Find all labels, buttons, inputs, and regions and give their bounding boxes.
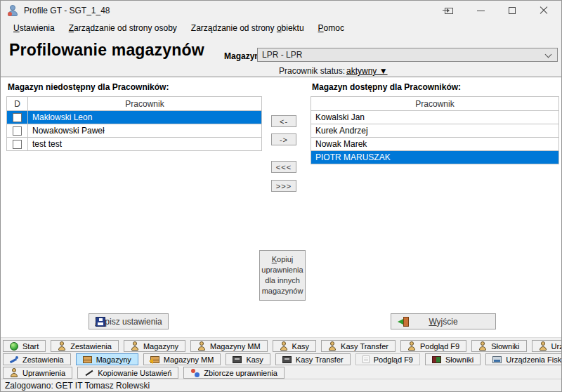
- employee-name: Nowak Marek: [311, 139, 558, 149]
- table-row[interactable]: Nowak Marek: [311, 137, 558, 150]
- toolbar2-podglad-f9-button[interactable]: Podgląd F9: [355, 353, 420, 365]
- toolbar-zestawienia-button[interactable]: Zestawienia: [51, 340, 119, 352]
- minimize-button[interactable]: [470, 3, 491, 18]
- toolbar2-kasy-button[interactable]: Kasy: [226, 353, 270, 365]
- toolbar3-uprawnienia-button[interactable]: Uprawnienia: [3, 367, 72, 379]
- toolbar-kasy-transfer-button[interactable]: Kasy Transfer: [321, 340, 396, 352]
- magazyn-select[interactable]: LPR - LPR: [257, 48, 558, 62]
- maximize-button[interactable]: [502, 3, 523, 18]
- table-header: D Pracownik: [7, 97, 261, 110]
- row-checkbox[interactable]: [13, 126, 22, 136]
- dock-icon: [445, 8, 453, 14]
- save-settings-button[interactable]: Zapisz ustawienia: [89, 313, 169, 329]
- page-title: Profilowanie magazynów: [9, 41, 204, 60]
- window-title: Profile GT - SGT_1_48: [24, 6, 110, 15]
- toolbar2-magazyny-button[interactable]: Magazyny: [76, 353, 138, 365]
- employee-name: Kurek Andrzej: [311, 126, 558, 136]
- checkbox-cell[interactable]: [7, 124, 28, 137]
- warehouse-icon: [83, 356, 92, 363]
- unavailable-list-title: Magazyn niedostępny dla Pracowników:: [8, 82, 169, 92]
- cash-register-icon: [282, 356, 292, 363]
- employee-name: Nowakowski Paweł: [28, 126, 261, 136]
- table-row[interactable]: Makłowski Leon: [7, 110, 261, 124]
- toolbar2-kasy-transfer-button[interactable]: Kasy Transfer: [275, 353, 351, 365]
- logged-in-user: Zalogowano: GET IT Tomasz Rolewski: [5, 381, 150, 391]
- employee-name: Kowalski Jan: [311, 112, 558, 122]
- fiscal-device-icon: [492, 356, 502, 363]
- title-bar: Profile GT - SGT_1_48: [1, 1, 561, 20]
- close-icon: [540, 6, 548, 15]
- column-header-pracownik: Pracownik: [28, 97, 261, 110]
- move-left-button[interactable]: <-: [271, 115, 296, 127]
- employee-icon: [280, 341, 288, 351]
- employee-icon: [131, 341, 139, 351]
- table-row[interactable]: test test: [7, 137, 261, 150]
- dock-button[interactable]: [438, 3, 459, 18]
- employee-icon: [58, 341, 66, 351]
- menu-bar: Ustawienia Zarządzanie od strony osoby Z…: [1, 20, 561, 36]
- pen-icon: [84, 369, 93, 377]
- toolbar-slowniki-button[interactable]: Słowniki: [471, 340, 526, 352]
- toolbar2-magazyny-mm-button[interactable]: Magazyny MM: [143, 353, 221, 365]
- toolbar-magazyny-mm-button[interactable]: Magazyny MM: [190, 340, 268, 352]
- warehouse-mm-icon: [150, 356, 159, 363]
- table-row[interactable]: Kowalski Jan: [311, 110, 558, 124]
- toolbar-row-1: Start Zestawienia Magazyny Magazyny MM K…: [1, 339, 561, 353]
- available-list-title: Magazyn dostępny dla Pracowników:: [312, 82, 461, 92]
- move-all-left-button[interactable]: <<<: [271, 161, 296, 173]
- window-controls: [438, 1, 554, 20]
- employee-name: PIOTR MARUSZAK: [311, 152, 558, 162]
- close-button[interactable]: [533, 3, 554, 18]
- toolbar-row-2: Zestawienia Magazyny Magazyny MM Kasy Ka…: [1, 353, 561, 366]
- exit-door-icon: [398, 317, 410, 327]
- move-all-right-button[interactable]: >>>: [271, 180, 296, 192]
- toolbar-magazyny-button[interactable]: Magazyny: [124, 340, 185, 352]
- column-header-d: D: [7, 97, 28, 110]
- preview-icon: [362, 355, 370, 363]
- main-content: Magazyn niedostępny dla Pracowników: Mag…: [1, 78, 561, 337]
- table-row[interactable]: PIOTR MARUSZAK: [311, 150, 558, 164]
- exit-button[interactable]: Wyjście: [391, 313, 496, 329]
- chart-icon: [10, 355, 18, 363]
- menu-pomoc[interactable]: Pomoc: [311, 22, 351, 34]
- toolbar-urzadzenia-fiskalne-button[interactable]: Urządzenia Fiskalne: [532, 340, 562, 352]
- menu-zarzadzanie-osoby[interactable]: Zarządzanie od strony osoby: [62, 22, 184, 34]
- copy-permissions-button[interactable]: Kopiuj uprawnienia dla innych magazynów: [259, 250, 306, 301]
- cash-register-icon: [233, 356, 242, 363]
- checkbox-cell[interactable]: [7, 138, 28, 150]
- status-bar: Zalogowano: GET IT Tomasz Rolewski: [1, 379, 561, 391]
- move-right-button[interactable]: ->: [271, 133, 296, 145]
- toolbar-row-3: Uprawnienia Kopiowanie Ustawień Zbiorcze…: [1, 366, 561, 379]
- toolbar2-slowniki-button[interactable]: Słowniki: [425, 353, 481, 365]
- table-row[interactable]: Kurek Andrzej: [311, 124, 558, 137]
- table-header: Pracownik: [311, 97, 558, 110]
- pracownik-status-dropdown[interactable]: aktywny ▼: [346, 66, 388, 76]
- maximize-icon: [509, 7, 516, 14]
- row-checkbox[interactable]: [13, 140, 22, 149]
- employee-icon: [478, 341, 487, 351]
- checkbox-cell[interactable]: [7, 111, 28, 124]
- toolbar3-zbiorcze-uprawnienia-button[interactable]: Zbiorcze uprawnienia: [183, 367, 285, 379]
- toolbar2-zestawienia-button[interactable]: Zestawienia: [3, 353, 71, 365]
- toolbar-kasy-button[interactable]: Kasy: [273, 340, 316, 352]
- toolbar2-urzadzenia-fiskalne-button[interactable]: Urządzenia Fiskalne: [485, 353, 562, 365]
- toolbar-start-button[interactable]: Start: [3, 340, 46, 352]
- menu-ustawienia[interactable]: Ustawienia: [6, 22, 62, 34]
- table-row[interactable]: Nowakowski Paweł: [7, 124, 261, 137]
- column-header-pracownik: Pracownik: [311, 97, 558, 110]
- minimize-icon: [477, 11, 485, 11]
- bottom-toolbars: Start Zestawienia Magazyny Magazyny MM K…: [1, 337, 561, 379]
- pracownik-status-label: Pracownik status:: [279, 66, 345, 76]
- menu-zarzadzanie-obiektu[interactable]: Zarządzanie od strony obiektu: [184, 22, 311, 34]
- app-icon: [7, 5, 18, 16]
- employee-icon: [407, 341, 416, 351]
- employee-icon: [539, 341, 547, 351]
- magazyn-selected-value: LPR - LPR: [262, 50, 302, 60]
- toolbar-podglad-f9-button[interactable]: Podgląd F9: [400, 340, 466, 352]
- employee-icon: [10, 368, 18, 377]
- available-employees-table: Pracownik Kowalski Jan Kurek Andrzej Now…: [311, 96, 559, 164]
- row-checkbox[interactable]: [13, 113, 22, 122]
- chevron-down-icon: [545, 51, 552, 58]
- dictionary-icon: [432, 356, 441, 363]
- toolbar3-kopiowanie-ustawien-button[interactable]: Kopiowanie Ustawień: [77, 367, 178, 379]
